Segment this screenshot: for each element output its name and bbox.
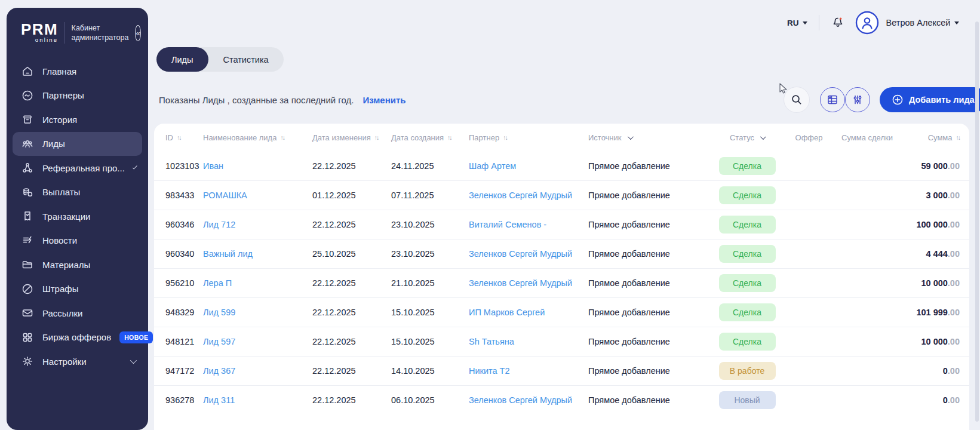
column-header[interactable]: Источник [588,133,711,142]
table-row[interactable]: 947172Лид 36722.12.202514.10.2025Никита … [154,356,969,385]
table-row[interactable]: 948121Лид 59722.12.202515.10.2025Sh Тать… [154,327,969,356]
lead-name-link[interactable]: Лид 599 [203,308,235,317]
column-header[interactable]: Наименование лида↑↓ [203,133,312,142]
lead-source: Прямое добавление [588,308,711,317]
column-header[interactable]: ID↑↓ [165,133,203,142]
amount-fraction: .00 [948,366,960,376]
tab-statistics[interactable]: Статистика [208,47,284,72]
filter-change-link[interactable]: Изменить [362,95,405,105]
column-label: ID [165,133,173,142]
date-modified: 22.12.2025 [312,337,391,346]
table-row[interactable]: 960340Важный лид25.10.202523.10.2025Зеле… [154,239,969,268]
app-logo[interactable]: PRM online [21,23,58,42]
amount-cell: 10 000.00 [900,278,960,288]
sidebar-item-home[interactable]: Главная [7,59,148,84]
app-root: PRM online Кабинет администратора « Глав… [0,0,980,430]
sidebar-item-mailings[interactable]: Рассылки [7,301,148,325]
amount-integer: 10 000 [921,337,947,346]
scrollbar-thumb[interactable] [975,22,979,422]
transactions-icon [21,210,34,223]
sort-icon: ↑↓ [374,134,379,141]
sidebar-item-settings[interactable]: Настройки [7,349,148,374]
column-header[interactable]: Партнер↑↓ [469,133,588,142]
column-label: Сумма [928,133,953,142]
table-row[interactable]: 960346Лид 71222.12.202523.10.2025Виталий… [154,210,969,239]
column-label: Источник [588,133,622,142]
status-badge: Сделка [719,303,776,321]
partner-link[interactable]: Зеленков Сергей Мудрый [469,278,572,288]
lead-name-link[interactable]: Лид 712 [203,220,235,229]
lead-name-link[interactable]: Иван [203,161,223,171]
table-row[interactable]: 1023103Иван22.12.202524.11.2025Шаф Артем… [154,151,969,180]
amount-fraction: .00 [948,161,960,171]
amount-integer: 0 [943,366,948,376]
column-header[interactable]: Оффер [784,133,834,142]
export-table-button[interactable] [820,87,845,112]
amount-integer: 0 [943,395,948,405]
mailings-icon [21,306,34,320]
amount-integer: 4 444 [926,249,948,259]
news-icon [21,234,34,247]
column-header[interactable]: Дата изменения↑↓ [312,133,391,142]
filters-button[interactable] [845,87,870,112]
sidebar-item-partners[interactable]: Партнеры [7,84,148,108]
lead-id: 960340 [165,249,203,259]
lead-source: Прямое добавление [588,161,711,171]
lead-name-link[interactable]: Лера П [203,278,232,288]
partner-link[interactable]: Зеленков Сергей Мудрый [469,191,572,200]
sidebar-item-history[interactable]: История [7,108,148,132]
status-badge: Сделка [719,216,776,234]
table-row[interactable]: 956210Лера П22.12.202521.10.2025Зеленков… [154,268,969,297]
sidebar-item-materials[interactable]: Материалы [7,253,148,277]
partner-link[interactable]: Sh Татьяна [469,337,514,346]
partner-link[interactable]: Виталий Семенов - [469,220,546,229]
table-row[interactable]: 936278Лид 31122.12.202506.10.2025Зеленко… [154,385,969,414]
column-label: Дата создания [391,133,444,142]
column-header[interactable]: Сумма сделки [834,133,900,142]
status-badge: Сделка [719,333,776,351]
table-row[interactable]: 983433РОМАШКА01.12.202507.11.2025Зеленко… [154,180,969,210]
tab-leads[interactable]: Лиды [156,47,208,72]
add-lead-button[interactable]: Добавить лида [880,87,980,112]
avatar[interactable] [855,11,879,35]
lead-name-link[interactable]: Лид 311 [203,395,235,405]
sidebar-item-payouts[interactable]: Выплаты [7,180,148,205]
notifications-bell-icon[interactable] [831,16,845,30]
sidebar-item-transactions[interactable]: Транзакции [7,204,148,229]
lead-name-link[interactable]: Лид 597 [203,337,235,346]
sidebar-item-leads[interactable]: Лиды [13,132,142,156]
sidebar-item-offers[interactable]: Биржа офферовНОВОЕ [7,325,148,350]
leads-table: ID↑↓Наименование лида↑↓Дата изменения↑↓Д… [154,124,969,430]
partner-link[interactable]: Зеленков Сергей Мудрый [469,249,572,259]
view-tabs: ЛидыСтатистика [156,47,284,72]
table-row[interactable]: 948329Лид 59922.12.202515.10.2025ИП Марк… [154,297,969,327]
sidebar-item-penalties[interactable]: Штрафы [7,277,148,302]
sidebar-collapse-button[interactable]: « [135,25,141,41]
partner-link[interactable]: Шаф Артем [469,161,516,171]
partner-link[interactable]: ИП Марков Сергей [469,308,545,317]
lead-name-link[interactable]: РОМАШКА [203,191,247,200]
column-header[interactable]: Статус [711,133,784,142]
partner-link[interactable]: Никита Т2 [469,366,510,376]
sidebar-item-label: Партнеры [42,90,84,100]
partners-icon [21,89,34,102]
lead-id: 947172 [165,366,203,376]
chevron-down-icon [803,22,807,24]
user-menu[interactable]: Ветров Алексей [886,18,960,27]
lead-id: 948329 [165,308,203,317]
partner-link[interactable]: Зеленков Сергей Мудрый [469,395,572,405]
lead-name-link[interactable]: Важный лид [203,249,253,259]
search-button[interactable] [784,87,810,113]
column-header[interactable]: Дата создания↑↓ [391,133,469,142]
leads-icon [21,137,34,150]
lead-name-link[interactable]: Лид 367 [203,366,235,376]
sidebar-item-news[interactable]: Новости [7,229,148,253]
language-selector[interactable]: RU [787,19,807,27]
page-scrollbar[interactable] [975,18,979,429]
plus-circle-icon [892,94,904,106]
status-badge: Сделка [719,245,776,263]
sidebar-item-referral[interactable]: Реферальная про... [7,156,148,180]
logo-primary: PRM [21,23,58,36]
column-header[interactable]: Сумма↑↓ [900,133,960,142]
status-badge: Новый [719,391,776,409]
